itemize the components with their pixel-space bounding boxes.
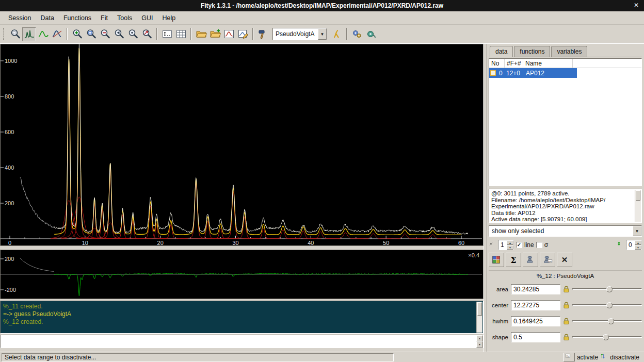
zoom-out-icon[interactable] xyxy=(98,27,112,41)
zoom-vertical-icon[interactable] xyxy=(126,27,140,41)
sum-datasets-button[interactable]: Σ xyxy=(506,253,521,267)
chevron-down-icon[interactable]: ▼ xyxy=(633,226,641,236)
param-hwhm-slider[interactable] xyxy=(572,317,642,325)
dataset-list[interactable]: No#F+#Name 012+0AP012 xyxy=(489,58,642,186)
spin-down-icon[interactable]: ▼ xyxy=(507,245,513,250)
slider-thumb[interactable] xyxy=(608,318,614,324)
plot-style-button[interactable] xyxy=(489,253,504,267)
aux-plot[interactable]: 200-200×0.4 xyxy=(0,250,484,299)
titlebar[interactable]: Fityk 1.3.1 - /home/aleplo/test/Desktop/… xyxy=(0,0,644,11)
tab-data[interactable]: data xyxy=(490,46,513,57)
menu-data[interactable]: Data xyxy=(36,12,58,24)
point-size-spinner[interactable]: 1 ▲▼ xyxy=(498,240,514,250)
window-title: Fityk 1.3.1 - /home/aleplo/test/Desktop/… xyxy=(0,2,644,9)
dataset-row[interactable]: 012+0AP012 xyxy=(489,68,577,78)
component-curve xyxy=(302,232,339,239)
list-header-0[interactable]: No xyxy=(489,59,505,68)
filter-select[interactable]: show only selected ▼ xyxy=(489,225,642,237)
slider-thumb[interactable] xyxy=(606,302,613,308)
data-table-icon[interactable] xyxy=(174,27,188,41)
menu-gui[interactable]: GUI xyxy=(137,12,157,24)
list-header-1[interactable]: #F+# xyxy=(505,59,523,68)
svg-text:30: 30 xyxy=(232,240,238,246)
scrollbar-thumb[interactable] xyxy=(477,302,482,316)
svg-text:20: 20 xyxy=(157,240,164,246)
menu-help[interactable]: Help xyxy=(158,12,180,24)
param-shape-input[interactable] xyxy=(511,332,560,342)
param-area-slider[interactable] xyxy=(572,285,642,293)
copy-dataset-button[interactable] xyxy=(523,253,538,267)
param-shape-slider[interactable] xyxy=(572,333,642,341)
list-header-spacer xyxy=(573,59,641,68)
lock-icon[interactable] xyxy=(563,286,570,293)
svg-text:inac: inac xyxy=(548,259,552,262)
point-size-icon xyxy=(489,241,496,249)
open-file-icon[interactable] xyxy=(194,27,208,41)
spin-down-icon[interactable]: ▼ xyxy=(635,245,641,250)
line-label: line xyxy=(524,241,534,249)
plot-splitter[interactable] xyxy=(0,246,484,250)
history-up-icon[interactable]: ▲ xyxy=(476,335,483,341)
save-image-icon[interactable] xyxy=(222,27,236,41)
function-type-select[interactable]: PseudoVoigtA▼ xyxy=(272,28,327,40)
param-center-slider[interactable] xyxy=(572,301,642,309)
add-peak-mode-icon[interactable] xyxy=(50,27,64,41)
tab-variables[interactable]: variables xyxy=(551,46,587,57)
param-area-input[interactable] xyxy=(511,284,560,294)
zoom-in-icon[interactable] xyxy=(70,27,84,41)
param-center-input[interactable] xyxy=(511,300,560,310)
dataset-list-header: No#F+#Name xyxy=(489,59,641,68)
spin-up-icon[interactable]: ▲ xyxy=(635,240,641,245)
scrollbar-thumb[interactable] xyxy=(636,190,640,201)
zoom-all-icon[interactable] xyxy=(140,27,154,41)
inactive-points-button[interactable]: inac xyxy=(540,253,555,267)
menu-session[interactable]: Session xyxy=(4,12,35,24)
run-fit-icon[interactable] xyxy=(256,27,270,41)
line-checkbox[interactable]: ✓ xyxy=(516,242,522,248)
open-merge-icon[interactable] xyxy=(208,27,222,41)
svg-text:⅟₀₀: ⅟₀₀ xyxy=(566,355,569,357)
zoom-previous-icon[interactable] xyxy=(112,27,126,41)
menu-tools[interactable]: Tools xyxy=(113,12,136,24)
dataset-info[interactable]: @0: 3011 points, 2789 active.Filename: /… xyxy=(489,189,642,223)
output-console[interactable]: %_11 created.=-> guess PseudoVoigtA%_12 … xyxy=(0,301,484,334)
param-hwhm-input[interactable] xyxy=(511,316,560,326)
info-line: Experimental/AP012/PXRD/AP012.raw xyxy=(491,203,633,210)
tab-functions[interactable]: functions xyxy=(514,46,550,57)
slider-thumb[interactable] xyxy=(603,334,609,340)
zoom-select-icon[interactable] xyxy=(84,27,98,41)
shift-spinner[interactable]: 0 ▲▼ xyxy=(626,240,642,250)
dataset-color-swatch[interactable] xyxy=(490,70,496,76)
toolbar-separator xyxy=(252,28,253,40)
sigma-checkbox[interactable] xyxy=(536,242,542,248)
lock-icon[interactable] xyxy=(563,334,570,341)
baseline-mode-icon[interactable] xyxy=(36,27,50,41)
lock-icon[interactable] xyxy=(563,318,570,325)
data-range-mode-icon[interactable] xyxy=(22,27,36,41)
list-header-2[interactable]: Name xyxy=(523,59,573,68)
component-curve xyxy=(327,233,363,239)
point-size-value: 1 xyxy=(498,240,507,250)
mode-hint-area: activate disactivate xyxy=(577,353,642,361)
history-down-icon[interactable]: ▼ xyxy=(476,341,483,348)
spin-up-icon[interactable]: ▲ xyxy=(507,240,513,245)
continue-fit-icon[interactable] xyxy=(364,27,378,41)
menu-fit[interactable]: Fit xyxy=(96,12,112,24)
console-scrollbar[interactable] xyxy=(476,302,482,333)
data-editor-icon[interactable] xyxy=(236,27,250,41)
undo-fit-icon[interactable] xyxy=(350,27,364,41)
delete-dataset-button[interactable]: ✕ xyxy=(557,253,572,267)
toolbar-grip[interactable] xyxy=(3,28,6,40)
chevron-down-icon[interactable]: ▼ xyxy=(318,28,327,40)
slider-thumb[interactable] xyxy=(606,286,613,292)
main-plot[interactable]: 20040060080010000102030405060 xyxy=(0,44,484,246)
script-editor-icon[interactable] xyxy=(160,27,174,41)
menu-functions[interactable]: Functions xyxy=(59,12,95,24)
close-icon[interactable]: ✕ xyxy=(634,2,639,9)
input-hint-button[interactable]: ⅟₀₀ xyxy=(564,353,575,361)
lock-icon[interactable] xyxy=(563,302,570,309)
auto-add-peak-icon[interactable] xyxy=(330,27,344,41)
command-input[interactable] xyxy=(0,335,484,348)
info-scrollbar[interactable] xyxy=(635,190,641,222)
zoom-mode-icon[interactable] xyxy=(8,27,22,41)
